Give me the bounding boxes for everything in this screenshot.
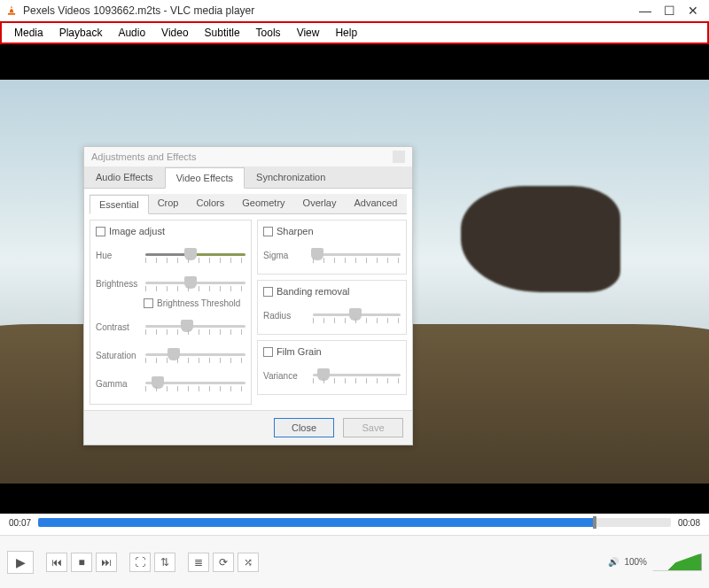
tab-synchronization[interactable]: Synchronization: [245, 166, 337, 188]
time-elapsed: 00:07: [9, 518, 31, 528]
extended-settings-button[interactable]: ⇅: [154, 553, 175, 572]
saturation-slider[interactable]: [145, 345, 245, 365]
seek-bar[interactable]: [38, 518, 671, 527]
stop-button[interactable]: ■: [71, 553, 92, 572]
window-title: Pexels Videos 1093662.m2ts - VLC media p…: [23, 4, 254, 17]
playlist-button[interactable]: ≣: [188, 553, 209, 572]
vlc-cone-icon: [5, 4, 18, 17]
close-window-button[interactable]: ✕: [688, 4, 698, 18]
seek-bar-row: 00:07 00:08: [0, 514, 709, 531]
time-total: 00:08: [678, 518, 700, 528]
tab-colors[interactable]: Colors: [187, 194, 233, 213]
menu-video[interactable]: Video: [154, 25, 195, 41]
menubar: Media Playback Audio Video Subtitle Tool…: [2, 23, 707, 43]
prev-button[interactable]: ⏮: [46, 553, 67, 572]
tab-advanced[interactable]: Advanced: [345, 194, 406, 213]
fullscreen-button[interactable]: ⛶: [129, 553, 151, 572]
playback-controls: ▶ ⏮ ■ ⏭ ⛶ ⇅ ≣ ⟳ ⤮ 🔊 100%: [0, 535, 709, 588]
tab-crop[interactable]: Crop: [149, 194, 188, 213]
menu-audio[interactable]: Audio: [111, 25, 152, 41]
contrast-slider[interactable]: [145, 317, 245, 337]
close-button[interactable]: Close: [274, 418, 334, 437]
menu-subtitle[interactable]: Subtitle: [198, 25, 247, 41]
panel-image-adjust: Image adjust Hue Brightness Brightness T…: [90, 220, 252, 405]
next-button[interactable]: ⏭: [96, 553, 117, 572]
saturation-label: Saturation: [96, 351, 140, 360]
hue-label: Hue: [96, 251, 140, 260]
effects-dialog: Adjustments and Effects Audio Effects Vi…: [83, 146, 413, 445]
banding-checkbox[interactable]: [263, 287, 273, 297]
filmgrain-checkbox[interactable]: [263, 347, 273, 357]
menu-view[interactable]: View: [290, 25, 327, 41]
radius-label: Radius: [263, 311, 308, 321]
dialog-tabs-primary: Audio Effects Video Effects Synchronizat…: [84, 166, 412, 189]
dialog-tabs-secondary: Essential Crop Colors Geometry Overlay A…: [90, 194, 407, 214]
seek-knob[interactable]: [593, 516, 596, 529]
gamma-slider[interactable]: [145, 374, 245, 393]
dialog-titlebar[interactable]: Adjustments and Effects: [84, 147, 412, 166]
save-button[interactable]: Save: [343, 418, 403, 437]
hue-slider[interactable]: [145, 245, 245, 265]
sharpen-label: Sharpen: [277, 226, 314, 236]
dialog-title: Adjustments and Effects: [91, 151, 196, 162]
maximize-button[interactable]: ☐: [664, 4, 675, 18]
window-titlebar: Pexels Videos 1093662.m2ts - VLC media p…: [0, 0, 709, 21]
menubar-highlight: Media Playback Audio Video Subtitle Tool…: [0, 21, 709, 44]
tab-video-effects[interactable]: Video Effects: [165, 167, 245, 189]
brightness-threshold-checkbox[interactable]: [144, 298, 153, 308]
sigma-label: Sigma: [263, 251, 308, 260]
minimize-button[interactable]: —: [639, 4, 651, 18]
image-adjust-label: Image adjust: [109, 226, 165, 236]
shuffle-button[interactable]: ⤮: [238, 553, 259, 572]
volume-slider[interactable]: [652, 553, 702, 571]
brightness-slider[interactable]: [145, 274, 245, 293]
sigma-slider[interactable]: [313, 245, 401, 265]
dialog-close-icon[interactable]: [393, 151, 405, 163]
volume-label: 100%: [624, 557, 647, 567]
menu-media[interactable]: Media: [7, 25, 51, 41]
image-adjust-checkbox[interactable]: [96, 227, 105, 236]
tab-overlay[interactable]: Overlay: [294, 194, 346, 213]
banding-label: Banding removal: [277, 286, 350, 297]
radius-slider[interactable]: [313, 306, 401, 325]
svg-rect-1: [10, 8, 12, 9]
variance-label: Variance: [263, 371, 308, 381]
video-area: Adjustments and Effects Audio Effects Vi…: [0, 44, 709, 519]
seek-fill: [38, 518, 595, 527]
play-button[interactable]: ▶: [7, 551, 34, 574]
menu-playback[interactable]: Playback: [52, 25, 110, 41]
contrast-label: Contrast: [96, 322, 140, 332]
menu-tools[interactable]: Tools: [249, 25, 288, 41]
sharpen-checkbox[interactable]: [263, 227, 273, 236]
tab-audio-effects[interactable]: Audio Effects: [84, 166, 165, 188]
loop-button[interactable]: ⟳: [213, 553, 234, 572]
brightness-threshold-label: Brightness Threshold: [157, 298, 240, 308]
menu-help[interactable]: Help: [328, 25, 364, 41]
speaker-icon[interactable]: 🔊: [608, 557, 619, 567]
panel-right: Sharpen Sigma Banding removal Radius Fil…: [257, 220, 407, 405]
tab-essential[interactable]: Essential: [90, 195, 149, 214]
svg-rect-0: [8, 13, 15, 15]
variance-slider[interactable]: [313, 366, 401, 385]
tab-geometry[interactable]: Geometry: [233, 194, 293, 213]
gamma-label: Gamma: [96, 379, 140, 389]
filmgrain-label: Film Grain: [277, 346, 322, 357]
brightness-label: Brightness: [96, 279, 140, 289]
